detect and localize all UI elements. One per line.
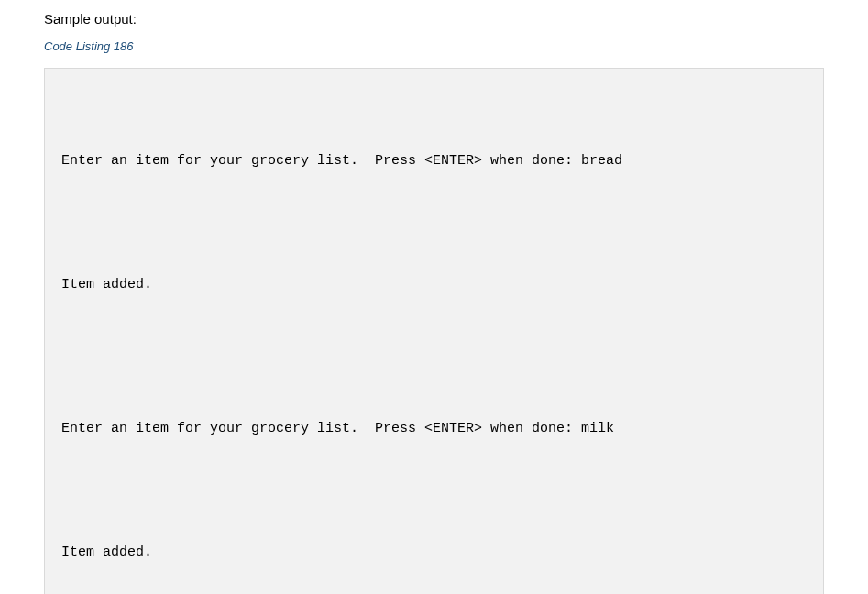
console-line: Item added. [61,275,807,296]
sample-output-label: Sample output: [44,11,824,27]
blank-line [61,336,807,358]
console-line: Enter an item for your grocery list. Pre… [61,419,807,440]
prompt-text: Enter an item for your grocery list. Pre… [61,153,573,169]
user-input: milk [581,421,614,436]
prompt-text: Enter an item for your grocery list. Pre… [61,421,573,436]
user-input: bread [581,153,622,169]
console-line: Enter an item for your grocery list. Pre… [61,151,807,172]
code-output-block: Enter an item for your grocery list. Pre… [44,68,824,594]
console-line: Item added. [61,543,807,564]
blank-line [61,481,807,502]
code-listing-caption: Code Listing 186 [44,39,824,53]
blank-line [61,213,807,234]
